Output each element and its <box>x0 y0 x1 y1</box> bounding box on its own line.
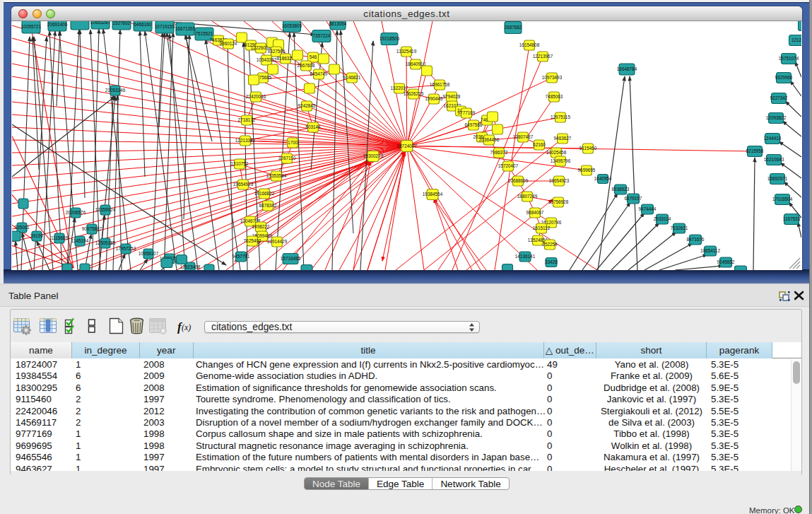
svg-text:20206576: 20206576 <box>66 210 86 215</box>
svg-text:20691406: 20691406 <box>47 22 68 27</box>
svg-text:546: 546 <box>310 54 317 59</box>
svg-text:6466160: 6466160 <box>134 22 152 27</box>
svg-text:90975887: 90975887 <box>82 226 102 231</box>
svg-text:15692971: 15692971 <box>767 176 788 181</box>
svg-text:8454749: 8454749 <box>310 71 328 76</box>
svg-text:9884067: 9884067 <box>526 210 544 215</box>
svg-text:2867608: 2867608 <box>298 63 315 68</box>
svg-text:1244413: 1244413 <box>764 136 782 141</box>
svg-text:10807487: 10807487 <box>513 134 534 139</box>
svg-text:12213967: 12213967 <box>533 54 553 59</box>
svg-text:20364456: 20364456 <box>479 137 500 142</box>
svg-text:21053346: 21053346 <box>105 88 126 93</box>
svg-text:10958107: 10958107 <box>139 251 159 256</box>
svg-text:9327505: 9327505 <box>268 49 286 54</box>
svg-text:9794028: 9794028 <box>443 94 461 99</box>
svg-text:9699695: 9699695 <box>578 168 596 173</box>
svg-text:1498222: 1498222 <box>252 224 270 229</box>
svg-text:9245652: 9245652 <box>717 259 735 264</box>
svg-text:2718172: 2718172 <box>238 117 256 122</box>
svg-text:1145194: 1145194 <box>71 238 89 243</box>
svg-text:10719155: 10719155 <box>155 24 175 29</box>
svg-text:62160: 62160 <box>533 142 546 147</box>
svg-text:8938923: 8938923 <box>612 187 630 192</box>
svg-text:9227342: 9227342 <box>770 95 788 100</box>
svg-text:1212: 1212 <box>792 37 801 42</box>
svg-text:6497568: 6497568 <box>465 122 483 127</box>
svg-text:1700: 1700 <box>288 140 298 145</box>
svg-text:1640954: 1640954 <box>594 176 612 181</box>
svg-text:1115689: 1115689 <box>51 235 68 240</box>
svg-text:10543392: 10543392 <box>257 57 277 62</box>
svg-text:2933114: 2933114 <box>654 216 671 221</box>
svg-text:16671355: 16671355 <box>175 26 196 31</box>
svg-text:7986372: 7986372 <box>490 150 508 155</box>
svg-text:19654923: 19654923 <box>549 178 570 183</box>
svg-text:13353584: 13353584 <box>266 173 287 178</box>
svg-text:33426: 33426 <box>545 259 558 264</box>
svg-text:1310752: 1310752 <box>231 161 249 166</box>
svg-text:17016504: 17016504 <box>772 197 793 201</box>
svg-text:18724007: 18724007 <box>396 144 417 148</box>
svg-text:9329966: 9329966 <box>775 75 793 80</box>
svg-text:18807249: 18807249 <box>517 194 538 199</box>
svg-text:10914429: 10914429 <box>267 239 288 244</box>
svg-text:8878342: 8878342 <box>259 203 277 208</box>
svg-text:9960124: 9960124 <box>220 41 237 46</box>
svg-text:9463627: 9463627 <box>554 136 572 141</box>
svg-text:15720407: 15720407 <box>498 163 519 168</box>
svg-text:3267110: 3267110 <box>278 156 296 160</box>
svg-text:16053809: 16053809 <box>282 23 302 28</box>
svg-text:19166822: 19166822 <box>254 191 275 196</box>
svg-text:19300273: 19300273 <box>363 153 384 158</box>
svg-text:1527602: 1527602 <box>113 21 131 25</box>
svg-text:7632621: 7632621 <box>671 226 688 230</box>
svg-text:16210643: 16210643 <box>764 157 784 162</box>
svg-text:22420046: 22420046 <box>246 94 266 99</box>
svg-text:(x): (x) <box>182 322 191 332</box>
svg-text:17957253: 17957253 <box>116 246 136 251</box>
svg-text:9457791: 9457791 <box>233 254 250 259</box>
svg-text:6879197: 6879197 <box>625 196 642 201</box>
svg-text:252254: 252254 <box>542 242 558 247</box>
svg-text:16648784: 16648784 <box>617 66 637 71</box>
svg-text:19654923: 19654923 <box>233 182 254 187</box>
svg-text:12923468: 12923468 <box>180 264 201 269</box>
svg-text:16961758: 16961758 <box>430 82 450 87</box>
svg-text:1167533: 1167533 <box>783 216 801 221</box>
svg-text:19756928: 19756928 <box>548 199 569 204</box>
svg-text:10653287: 10653287 <box>90 21 111 25</box>
svg-text:12213382: 12213382 <box>235 138 256 143</box>
svg-text:803144: 803144 <box>305 124 321 129</box>
svg-text:335061: 335061 <box>14 225 30 230</box>
svg-text:8813054: 8813054 <box>329 21 347 26</box>
svg-text:1615112: 1615112 <box>533 226 551 230</box>
svg-text:7515521: 7515521 <box>196 31 213 36</box>
svg-text:16154808: 16154808 <box>519 42 540 47</box>
svg-text:10973493: 10973493 <box>542 75 563 80</box>
svg-text:19384554: 19384554 <box>423 192 443 197</box>
svg-text:10688609: 10688609 <box>508 178 529 183</box>
svg-text:10025458: 10025458 <box>546 150 567 155</box>
svg-text:13325419: 13325419 <box>396 49 417 54</box>
svg-text:9146821: 9146821 <box>343 75 361 80</box>
svg-text:14136141: 14136141 <box>515 254 536 259</box>
svg-text:39159: 39159 <box>30 233 43 238</box>
svg-text:9474444: 9474444 <box>639 206 657 211</box>
svg-text:8471676: 8471676 <box>687 237 705 242</box>
svg-text:2687682: 2687682 <box>505 25 522 30</box>
svg-text:19218506: 19218506 <box>379 36 400 41</box>
svg-text:9115460: 9115460 <box>579 146 597 151</box>
svg-text:12975115: 12975115 <box>551 115 570 119</box>
svg-text:10055721: 10055721 <box>21 24 42 29</box>
svg-text:15751074: 15751074 <box>779 56 799 61</box>
svg-text:12093822: 12093822 <box>766 115 787 120</box>
svg-text:1990445: 1990445 <box>425 96 443 101</box>
svg-text:9777169: 9777169 <box>458 110 476 115</box>
svg-text:12505185: 12505185 <box>95 240 116 245</box>
svg-text:7625402: 7625402 <box>244 238 261 243</box>
svg-text:17359924: 17359924 <box>95 207 116 212</box>
svg-text:10654112: 10654112 <box>700 248 720 253</box>
svg-text:9242845: 9242845 <box>298 103 316 108</box>
svg-text:1322017: 1322017 <box>391 86 408 90</box>
